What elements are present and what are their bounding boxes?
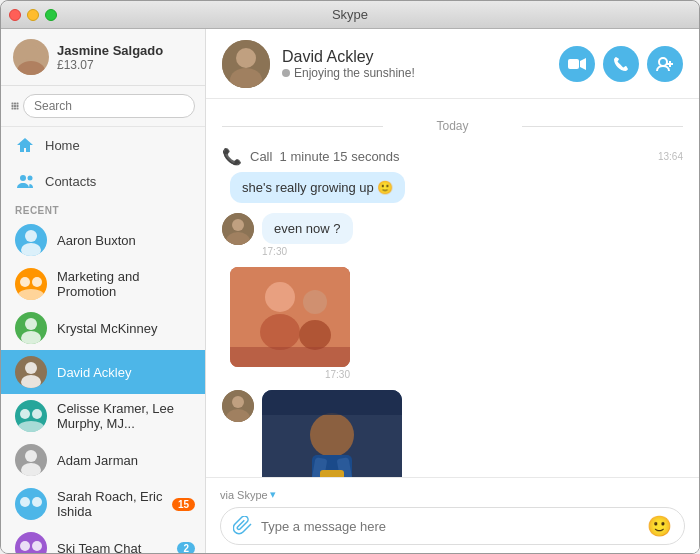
app-title: Skype xyxy=(332,7,368,22)
svg-marker-42 xyxy=(580,58,586,70)
sidebar-item-marketing[interactable]: Marketing and Promotion xyxy=(1,262,205,306)
dropdown-arrow[interactable]: ▾ xyxy=(270,488,276,501)
svg-rect-3 xyxy=(14,103,16,105)
user-info: Jasmine Salgado £13.07 xyxy=(57,43,163,72)
svg-rect-63 xyxy=(320,470,344,477)
user-balance: £13.07 xyxy=(57,58,163,72)
message-row: 17:30 xyxy=(222,267,683,380)
nav-contacts-label: Contacts xyxy=(45,174,96,189)
grid-icon xyxy=(11,98,19,114)
svg-rect-7 xyxy=(17,105,19,107)
sidebar-item-adam[interactable]: Adam Jarman xyxy=(1,438,205,482)
sender-avatar xyxy=(222,213,254,245)
avatar xyxy=(15,444,47,476)
svg-point-17 xyxy=(18,289,44,300)
svg-point-20 xyxy=(25,362,37,374)
message-content: 17:30 xyxy=(262,390,402,477)
svg-point-23 xyxy=(32,409,42,419)
svg-rect-54 xyxy=(230,347,350,367)
svg-point-13 xyxy=(25,230,37,242)
message-content: 17:30 xyxy=(230,267,350,380)
chat-input-area: via Skype ▾ 🙂 xyxy=(206,477,699,554)
input-row: 🙂 xyxy=(220,507,685,545)
call-time: 13:64 xyxy=(658,151,683,162)
call-row: 📞 Call 1 minute 15 seconds 13:64 xyxy=(222,141,683,172)
svg-point-25 xyxy=(25,450,37,462)
sidebar-item-aaron[interactable]: Aaron Buxton xyxy=(1,218,205,262)
svg-point-21 xyxy=(21,375,41,388)
message-bubble: even now ? xyxy=(262,213,353,244)
svg-rect-6 xyxy=(14,105,16,107)
message-bubble: she's really growing up 🙂 xyxy=(230,172,405,203)
home-icon xyxy=(15,135,35,155)
add-contact-button[interactable] xyxy=(647,46,683,82)
svg-point-19 xyxy=(21,331,41,344)
avatar xyxy=(15,488,47,520)
svg-point-51 xyxy=(260,314,300,350)
user-name: Jasmine Salgado xyxy=(57,43,163,58)
sender-avatar xyxy=(222,390,254,422)
svg-point-56 xyxy=(232,396,244,408)
svg-point-39 xyxy=(236,48,256,68)
sidebar-item-krystal[interactable]: Krystal McKinney xyxy=(1,306,205,350)
voice-call-button[interactable] xyxy=(603,46,639,82)
unread-badge: 15 xyxy=(172,498,195,511)
message-time: 17:30 xyxy=(262,246,353,257)
svg-point-26 xyxy=(21,463,41,476)
svg-point-52 xyxy=(303,290,327,314)
svg-point-29 xyxy=(20,541,30,551)
svg-rect-8 xyxy=(12,108,14,110)
svg-point-24 xyxy=(18,421,44,432)
message-row: she's really growing up 🙂 xyxy=(222,172,683,203)
avatar xyxy=(15,312,47,344)
sidebar-item-ski[interactable]: Ski Team Chat 2 xyxy=(1,526,205,554)
search-input[interactable] xyxy=(23,94,195,118)
svg-point-16 xyxy=(32,277,42,287)
chat-actions xyxy=(559,46,683,82)
close-button[interactable] xyxy=(9,9,21,21)
contact-avatar xyxy=(222,40,270,88)
attachment-icon[interactable] xyxy=(233,516,253,536)
sidebar-item-celisse[interactable]: Celisse Kramer, Lee Murphy, MJ... xyxy=(1,394,205,438)
window-controls[interactable] xyxy=(9,9,57,21)
svg-point-30 xyxy=(32,541,42,551)
recent-section-label: RECENT xyxy=(1,199,205,218)
unread-badge: 2 xyxy=(177,542,195,555)
sidebar: Jasmine Salgado £13.07 Home Contacts xyxy=(1,29,206,554)
svg-point-12 xyxy=(28,176,33,181)
svg-point-15 xyxy=(20,277,30,287)
sidebar-item-label: Ski Team Chat xyxy=(57,541,141,555)
message-content: even now ? 17:30 xyxy=(262,213,353,257)
contacts-icon xyxy=(15,171,35,191)
maximize-button[interactable] xyxy=(45,9,57,21)
svg-rect-9 xyxy=(14,108,16,110)
sidebar-item-label: Adam Jarman xyxy=(57,453,138,468)
message-time: 17:30 xyxy=(230,369,350,380)
svg-point-47 xyxy=(232,219,244,231)
nav-home[interactable]: Home xyxy=(1,127,205,163)
sidebar-item-label: Marketing and Promotion xyxy=(57,269,191,299)
svg-point-43 xyxy=(659,58,667,66)
sidebar-item-label: Krystal McKinney xyxy=(57,321,157,336)
svg-point-53 xyxy=(299,320,331,350)
sidebar-item-sarah[interactable]: Sarah Roach, Eric Ishida 15 xyxy=(1,482,205,526)
message-input[interactable] xyxy=(261,519,639,534)
via-label: via Skype xyxy=(220,489,268,501)
sidebar-item-label: David Ackley xyxy=(57,365,131,380)
nav-contacts[interactable]: Contacts xyxy=(1,163,205,199)
sidebar-item-david[interactable]: David Ackley xyxy=(1,350,205,394)
minimize-button[interactable] xyxy=(27,9,39,21)
chat-area: David Ackley Enjoying the sunshine! xyxy=(206,29,699,554)
svg-point-59 xyxy=(310,413,354,457)
avatar xyxy=(15,268,47,300)
user-profile: Jasmine Salgado £13.07 xyxy=(1,29,205,86)
emoji-icon[interactable]: 🙂 xyxy=(647,514,672,538)
sidebar-item-label: Celisse Kramer, Lee Murphy, MJ... xyxy=(57,401,191,431)
avatar xyxy=(13,39,49,75)
status-indicator xyxy=(282,69,290,77)
video-call-button[interactable] xyxy=(559,46,595,82)
sidebar-item-label: Sarah Roach, Eric Ishida xyxy=(57,489,191,519)
svg-point-18 xyxy=(25,318,37,330)
contact-info: David Ackley Enjoying the sunshine! xyxy=(282,48,559,80)
svg-rect-10 xyxy=(17,108,19,110)
